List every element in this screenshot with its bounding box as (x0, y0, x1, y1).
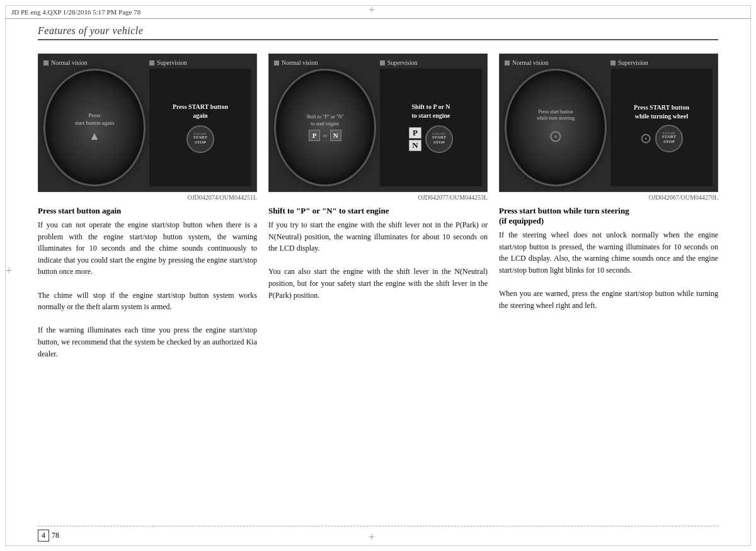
panel-2-button-img: Shift to "P" or "N"to start engine P or … (274, 69, 376, 186)
panel-1-button-icon: ▲ (75, 130, 115, 143)
panel-3-title: Press start button while turn steering(i… (499, 206, 718, 226)
panel-3-sup-label: Supervision (610, 59, 713, 66)
panel-3-normal-label: Normal vision (505, 59, 607, 66)
crosshair-bottom (365, 531, 378, 543)
panel-1: Normal vision Pressstart button again ▲ … (38, 54, 257, 360)
panel-1-sup-img: Press START buttonagain ENGINE STARTSTOP (149, 69, 251, 186)
panel-3-sup-img: Press START buttonwhile turning wheel ⊙ … (610, 69, 713, 186)
sup3-steering-icon: ⊙ (640, 130, 651, 147)
n-badge: N (409, 140, 421, 151)
normal-vision-sq-3 (505, 60, 510, 65)
panel-1-sup-text: Press START buttonagain (173, 103, 228, 120)
page-number: 78 (52, 531, 59, 540)
or-text: or (323, 132, 328, 139)
sup3-row: ⊙ ENGINE STARTSTOP (640, 125, 683, 152)
panel-3: Normal vision Press start buttonwhile tu… (499, 54, 718, 360)
panel-2-sup-text: Shift to P or Nto start engine (411, 103, 450, 120)
panel-2-text: Shift to "P" or "N" to start engine If y… (268, 206, 488, 301)
panel-3-normal-vision: Normal vision Press start buttonwhile tu… (505, 59, 607, 186)
panel-3-supervision: Supervision Press START buttonwhile turn… (610, 59, 713, 186)
crosshair-top (365, 4, 378, 16)
panel-1-image-section: Normal vision Pressstart button again ▲ … (38, 54, 257, 192)
start-stop-1: STARTSTOP (193, 135, 208, 145)
panel-1-normal-label: Normal vision (43, 59, 146, 66)
supervision-sq-3 (610, 60, 616, 65)
bottom-bar: 4 78 (38, 526, 718, 542)
panel-2-nv-text: Shift to "P" or "N"to start engine (306, 114, 344, 127)
panel-2-body: If you try to start the engine with the … (268, 219, 488, 301)
header-bar: JD PE eng 4.QXP 1/28/2016 5:17 PM Page 7… (5, 5, 751, 19)
pn-display: P N (409, 127, 421, 151)
panel-3-nv-content: Press start buttonwhile turn steering ⊙ (537, 109, 575, 147)
panel-3-body: If the steering wheel does not unlock no… (499, 229, 718, 311)
panel-3-ojd: OJD042067/OUM044270L (499, 194, 718, 201)
panel-1-ojd: OJD042074/OUM044251L (38, 194, 257, 201)
shift-p: P (309, 130, 320, 141)
panel-2-supervision: Supervision Shift to P or Nto start engi… (380, 59, 482, 186)
panel-3-button-img: Press start buttonwhile turn steering ⊙ (505, 69, 607, 186)
panel-3-text: Press start button while turn steering(i… (499, 206, 718, 311)
chapter-number: 4 (38, 530, 49, 542)
panel-2-image-section: Normal vision Shift to "P" or "N"to star… (268, 54, 488, 192)
section-title: Features of your vehicle (38, 25, 143, 37)
panel-1-sup-label: Supervision (149, 59, 251, 66)
shift-icons: P or N (309, 130, 341, 141)
panel-1-engine-badge: ENGINE STARTSTOP (186, 125, 214, 153)
panel-2-normal-vision: Normal vision Shift to "P" or "N"to star… (274, 59, 376, 186)
panel-2-sup-row: P N ENGINE STARTSTOP (409, 125, 453, 153)
panel-3-engine-badge: ENGINE STARTSTOP (655, 125, 683, 152)
start-stop-2: STARTSTOP (432, 135, 447, 145)
title-underline (38, 39, 718, 40)
panel-1-supervision: Supervision Press START buttonagain ENGI… (149, 59, 251, 186)
header-text: JD PE eng 4.QXP 1/28/2016 5:17 PM Page 7… (11, 8, 140, 16)
normal-vision-sq-1 (43, 60, 49, 65)
panel-2-title: Shift to "P" or "N" to start engine (268, 206, 488, 216)
panel-2-nv-content: Shift to "P" or "N"to start engine P or … (306, 114, 344, 141)
panel-2: Normal vision Shift to "P" or "N"to star… (268, 54, 488, 360)
crosshair-left (3, 264, 15, 277)
start-stop-3: STARTSTOP (662, 135, 677, 144)
supervision-sq-2 (380, 60, 385, 65)
panel-1-title: Press start button again (38, 206, 257, 216)
panel-1-button-img: Pressstart button again ▲ (43, 69, 146, 186)
shift-n: N (330, 130, 341, 141)
panel-2-ojd: OJD042077/OUM044253L (268, 194, 488, 201)
panel-2-sup-label: Supervision (380, 59, 482, 66)
main-content: Normal vision Pressstart button again ▲ … (38, 47, 718, 513)
steering-wheel-icon: ⊙ (549, 127, 563, 146)
panels-row: Normal vision Pressstart button again ▲ … (38, 54, 718, 360)
supervision-sq-1 (149, 60, 154, 65)
panel-1-nv-text: Pressstart button again (75, 112, 115, 127)
panel-2-normal-label: Normal vision (274, 59, 376, 66)
panel-3-nv-text: Press start buttonwhile turn steering (537, 109, 575, 122)
panel-1-text: Press start button again If you can not … (38, 206, 257, 360)
panel-2-engine-badge: ENGINE STARTSTOP (425, 125, 453, 153)
panel-2-sup-img: Shift to P or Nto start engine P N ENGIN… (380, 69, 482, 186)
panel-3-sup-text: Press START buttonwhile turning wheel (634, 103, 689, 121)
panel-1-normal-vision: Normal vision Pressstart button again ▲ (43, 59, 146, 186)
panel-3-image-section: Normal vision Press start buttonwhile tu… (499, 54, 718, 192)
p-badge: P (409, 127, 421, 139)
normal-vision-sq-2 (274, 60, 279, 65)
panel-1-body: If you can not operate the engine start/… (38, 219, 257, 360)
